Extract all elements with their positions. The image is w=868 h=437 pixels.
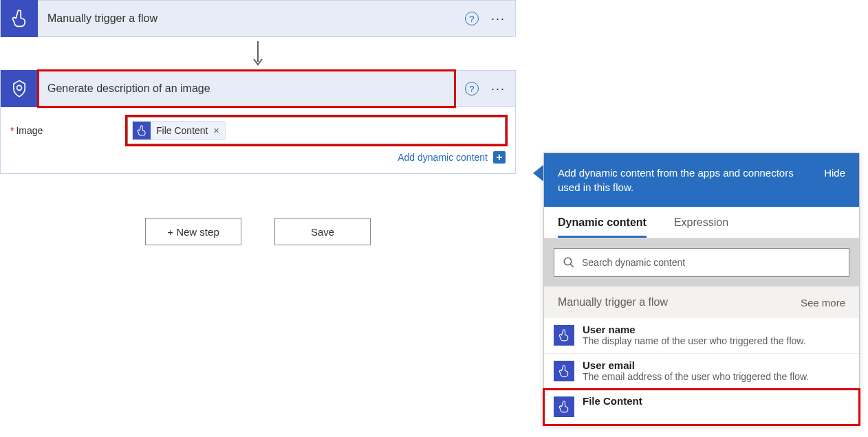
- svg-rect-3: [497, 157, 502, 158]
- dynamic-content-badge-icon: [493, 151, 506, 164]
- dynamic-content-panel: Add dynamic content from the apps and co…: [543, 153, 860, 425]
- dc-item-title: File Content: [583, 395, 642, 407]
- add-dynamic-content-link[interactable]: Add dynamic content: [1, 151, 515, 173]
- token-manual-trigger-icon: [133, 122, 151, 139]
- manual-trigger-icon: [554, 325, 574, 346]
- param-row-image: * Image File Content ×: [1, 107, 515, 151]
- arrow-down-icon: [0, 37, 516, 70]
- param-label: * Image: [10, 125, 113, 136]
- dc-item-desc: The email address of the user who trigge…: [583, 371, 809, 382]
- required-asterisk: *: [10, 125, 14, 136]
- more-icon[interactable]: ···: [491, 82, 506, 95]
- file-content-token[interactable]: File Content ×: [132, 121, 226, 140]
- tab-expression[interactable]: Expression: [674, 216, 728, 238]
- dc-section-header: Manually trigger a flow See more: [544, 287, 859, 318]
- tab-dynamic-content[interactable]: Dynamic content: [558, 216, 647, 238]
- dc-item-desc: The display name of the user who trigger…: [583, 335, 806, 346]
- dc-search-input[interactable]: Search dynamic content: [554, 248, 849, 277]
- panel-pointer-icon: [533, 165, 543, 181]
- more-icon[interactable]: ···: [491, 12, 506, 25]
- see-more-link[interactable]: See more: [801, 297, 845, 309]
- dc-panel-header: Add dynamic content from the apps and co…: [544, 153, 859, 207]
- dc-search-wrap: Search dynamic content: [544, 238, 859, 287]
- flow-actions-row: + New step Save: [0, 218, 516, 245]
- search-placeholder: Search dynamic content: [582, 257, 685, 268]
- trigger-card[interactable]: Manually trigger a flow ? ···: [0, 0, 516, 37]
- dc-item-user-name[interactable]: User name The display name of the user w…: [544, 318, 859, 354]
- svg-point-1: [17, 85, 22, 90]
- svg-point-4: [564, 258, 572, 265]
- image-input[interactable]: File Content ×: [127, 117, 506, 144]
- hide-link[interactable]: Hide: [824, 166, 845, 194]
- gpt-action-icon: [1, 70, 38, 107]
- search-icon: [563, 256, 575, 269]
- dc-item-title: User name: [583, 324, 806, 335]
- help-icon[interactable]: ?: [465, 82, 479, 96]
- dc-section-title: Manually trigger a flow: [558, 296, 668, 309]
- help-icon[interactable]: ?: [465, 12, 479, 25]
- token-label: File Content: [156, 125, 208, 136]
- trigger-title: Manually trigger a flow: [38, 12, 465, 25]
- dc-list: User name The display name of the user w…: [544, 318, 859, 425]
- save-button[interactable]: Save: [274, 218, 371, 245]
- manual-trigger-icon: [554, 361, 574, 381]
- action-card: Generate description of an image ? ··· *…: [0, 70, 516, 174]
- dc-header-text: Add dynamic content from the apps and co…: [558, 166, 810, 194]
- dc-tabs: Dynamic content Expression: [544, 207, 859, 238]
- action-header[interactable]: Generate description of an image ? ···: [0, 70, 516, 107]
- manual-trigger-icon: [1, 0, 38, 37]
- dc-item-user-email[interactable]: User email The email address of the user…: [544, 354, 859, 390]
- remove-token-icon[interactable]: ×: [213, 125, 219, 136]
- new-step-button[interactable]: + New step: [145, 218, 241, 245]
- dc-item-file-content[interactable]: File Content: [544, 390, 859, 425]
- svg-line-5: [570, 264, 574, 267]
- dc-item-title: User email: [583, 359, 809, 371]
- manual-trigger-icon: [554, 396, 574, 417]
- action-title: Generate description of an image: [38, 70, 455, 107]
- trigger-header[interactable]: Manually trigger a flow ? ···: [0, 0, 516, 37]
